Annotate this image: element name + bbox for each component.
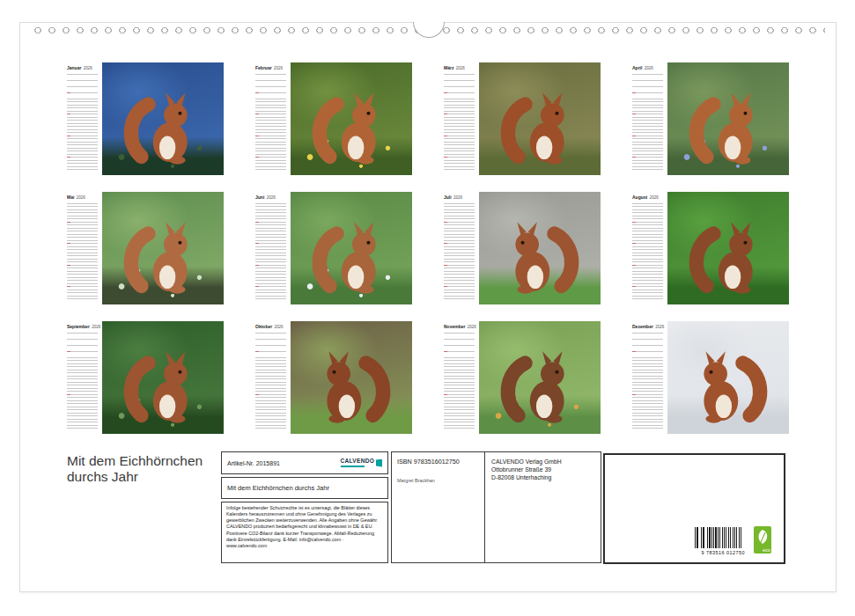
month-name: Februar [255, 65, 272, 70]
photo-squirrel-jumping-snow [667, 321, 789, 434]
day-lines [255, 333, 286, 429]
author-name: Margret Brackhan [397, 478, 479, 483]
mini-calendar: August 2026 [632, 192, 667, 306]
month-name: Oktober [255, 324, 272, 329]
publisher-info-box: ISBN 9783516012750 Margret Brackhan CALV… [391, 451, 601, 563]
month-cell-juni: Juni 2026 [255, 192, 412, 306]
month-cell-april: April 2026 [632, 62, 789, 177]
isbn-number: ISBN 9783516012750 [397, 458, 479, 466]
day-lines [255, 74, 286, 171]
publisher-street: Ottobrunner Straße 39 [491, 466, 594, 473]
day-lines [444, 203, 475, 300]
mini-calendar: Juni 2026 [255, 192, 291, 306]
mini-calendar: Januar 2026 [67, 62, 102, 177]
squirrel-silhouette-icon [495, 83, 585, 172]
barcode-number: 9 783516 012750 [702, 550, 745, 555]
squirrel-silhouette-icon [495, 341, 585, 431]
page-title-line1: Mit dem Eichhörnchen [67, 453, 203, 469]
month-label: Juli 2026 [444, 194, 475, 200]
month-label: Oktober 2026 [255, 324, 287, 329]
squirrel-silhouette-icon [118, 212, 208, 302]
mini-calendar: November 2026 [444, 321, 479, 436]
photo-squirrel-climbing-leaves [102, 321, 224, 434]
month-name: April [632, 65, 642, 70]
day-lines [444, 333, 475, 429]
photo-squirrel-yellow-flowers [291, 62, 412, 175]
article-number-box: Artikel-Nr. 2015891 CALVENDO [221, 451, 388, 474]
day-lines [632, 74, 663, 171]
publisher-address: CALVENDO Verlag GmbH Ottobrunner Straße … [485, 452, 601, 562]
squirrel-silhouette-icon [118, 341, 208, 431]
month-year: 2026 [655, 325, 664, 329]
month-year: 2026 [267, 195, 276, 200]
publisher-city: D-82008 Unterhaching [491, 473, 594, 481]
day-lines [444, 74, 475, 171]
month-cell-november: November 2026 [444, 321, 601, 436]
month-label: August 2026 [632, 194, 664, 200]
day-lines [67, 74, 98, 171]
month-cell-februar: Februar 2026 [255, 62, 412, 177]
photo-squirrel-flower-meadow [291, 192, 412, 304]
month-year: 2026 [453, 195, 462, 200]
product-title-box: Mit dem Eichhörnchen durchs Jahr [221, 477, 388, 499]
hanger-notch [413, 22, 445, 38]
photo-squirrel-running-grass [291, 321, 412, 434]
month-label: November 2026 [444, 324, 475, 329]
squirrel-silhouette-icon [306, 341, 396, 431]
month-year: 2026 [456, 66, 465, 70]
svg-text:eco: eco [763, 547, 770, 553]
calvendo-tagline-bar [341, 466, 365, 467]
month-name: März [444, 65, 453, 70]
photo-squirrel-sitting-grass [479, 321, 601, 434]
month-year: 2026 [77, 195, 85, 200]
photo-squirrel-in-spruce-blue [102, 62, 224, 175]
product-title: Mit dem Eichhörnchen durchs Jahr [227, 484, 329, 492]
mini-calendar: April 2026 [632, 62, 667, 177]
month-name: Januar [67, 65, 81, 70]
mini-calendar: September 2026 [67, 321, 102, 436]
day-lines [255, 203, 286, 300]
article-number: Artikel-Nr. 2015891 [227, 460, 280, 466]
mini-calendar: Februar 2026 [255, 62, 291, 177]
month-cell-dezember: Dezember 2026 [632, 321, 789, 436]
month-label: September 2026 [67, 324, 99, 329]
calvendo-wordmark: CALVENDO [341, 458, 374, 465]
month-label: Dezember 2026 [632, 324, 664, 329]
squirrel-silhouette-icon [118, 83, 208, 172]
product-info-box: Artikel-Nr. 2015891 CALVENDO Mit dem Eic… [221, 451, 388, 563]
photo-squirrel-with-figure [667, 192, 789, 304]
calvendo-logo: CALVENDO [341, 458, 382, 466]
month-name: September [67, 324, 90, 329]
month-cell-mai: Mai 2026 [67, 192, 224, 306]
month-year: 2026 [274, 66, 283, 70]
month-label: April 2026 [632, 65, 664, 70]
isbn-author-panel: ISBN 9783516012750 Margret Brackhan [392, 452, 485, 562]
mini-calendar: Oktober 2026 [255, 321, 291, 436]
month-label: März 2026 [444, 65, 475, 70]
mini-calendar: Dezember 2026 [632, 321, 667, 436]
month-year: 2026 [645, 66, 653, 70]
month-name: Mai [67, 194, 74, 200]
publisher-name: CALVENDO Verlag GmbH [491, 458, 594, 466]
photo-squirrel-eating-nut [479, 62, 601, 175]
months-grid: Januar 2026 Februar 2026 [67, 62, 789, 436]
month-year: 2026 [650, 195, 659, 200]
calvendo-logo-text: CALVENDO [341, 458, 374, 466]
month-year: 2026 [468, 325, 476, 329]
photo-squirrel-reaching-up [479, 192, 601, 304]
month-year: 2026 [92, 325, 100, 329]
month-label: Februar 2026 [255, 65, 287, 70]
month-cell-oktober: Oktober 2026 [255, 321, 412, 436]
month-label: Juni 2026 [255, 194, 287, 200]
month-year: 2026 [275, 325, 284, 329]
ean-barcode [695, 527, 741, 548]
month-cell-september: September 2026 [67, 321, 224, 436]
squirrel-silhouette-icon [683, 212, 773, 302]
month-name: Dezember [632, 324, 653, 329]
barcode-box: 9 783516 012750 eco [603, 453, 785, 564]
legal-text: Infolge bestehender Schutzrechte ist es … [226, 505, 378, 548]
day-lines [67, 203, 98, 300]
page-title-line2: durchs Jahr [67, 469, 203, 485]
photo-squirrel-blue-flowers [667, 62, 789, 175]
mini-calendar: März 2026 [444, 62, 479, 177]
